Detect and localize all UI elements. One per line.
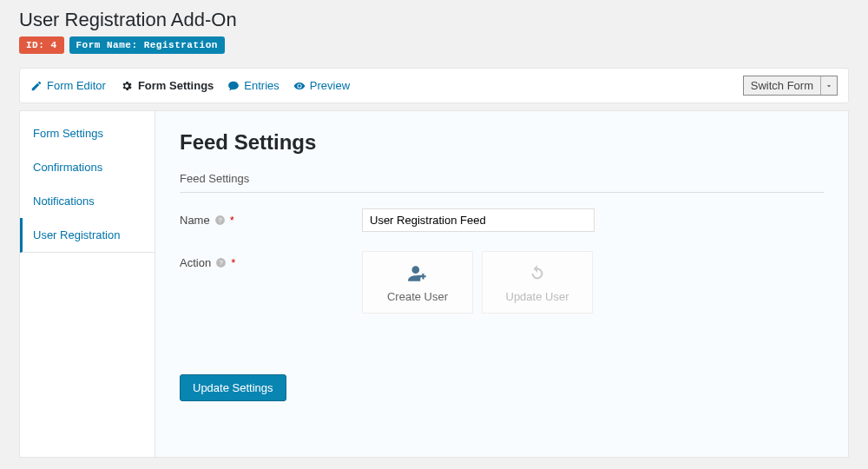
sidebar-item-notifications[interactable]: Notifications	[20, 184, 155, 218]
action-label-wrap: Action ? *	[180, 251, 362, 269]
form-name-badge: Form Name: Registration	[69, 36, 225, 54]
action-label: Action	[180, 256, 211, 269]
tab-label: Preview	[310, 79, 350, 92]
name-label: Name	[180, 214, 210, 227]
row-action: Action ? * Create User Update User	[180, 251, 824, 314]
content-heading: Feed Settings	[180, 130, 824, 155]
tab-label: Form Editor	[47, 79, 106, 92]
help-icon: ?	[215, 257, 227, 268]
page-title: User Registration Add-On	[19, 9, 849, 31]
tab-entries[interactable]: Entries	[227, 79, 279, 92]
settings-sidebar: Form Settings Confirmations Notification…	[20, 111, 155, 457]
name-label-wrap: Name ? *	[180, 208, 362, 227]
toolbar-tabs: Form Editor Form Settings Entries Previe…	[30, 79, 743, 92]
sidebar-item-form-settings[interactable]: Form Settings	[20, 116, 155, 150]
svg-text:?: ?	[220, 259, 223, 267]
id-badge: ID: 4	[19, 36, 64, 54]
tab-preview[interactable]: Preview	[293, 79, 350, 92]
section-label: Feed Settings	[180, 172, 824, 193]
card-label: Update User	[506, 290, 569, 303]
eye-icon	[293, 80, 306, 92]
tab-form-editor[interactable]: Form Editor	[30, 79, 106, 92]
page-header: User Registration Add-On ID: 4 Form Name…	[0, 0, 868, 59]
name-input[interactable]	[362, 208, 595, 232]
toolbar: Form Editor Form Settings Entries Previe…	[19, 68, 849, 103]
card-label: Create User	[387, 290, 448, 303]
help-icon: ?	[214, 215, 226, 226]
switch-form-select[interactable]: Switch Form	[743, 76, 838, 96]
row-name: Name ? *	[180, 208, 824, 232]
sidebar-item-user-registration[interactable]: User Registration	[20, 218, 155, 253]
tab-form-settings[interactable]: Form Settings	[120, 79, 214, 92]
required-mark: *	[230, 214, 234, 227]
cogs-icon	[120, 80, 134, 92]
tab-label: Entries	[244, 79, 279, 92]
tab-label: Form Settings	[138, 79, 214, 92]
card-update-user[interactable]: Update User	[482, 251, 593, 314]
update-settings-button[interactable]: Update Settings	[180, 374, 286, 401]
refresh-icon	[525, 262, 549, 285]
badges: ID: 4 Form Name: Registration	[19, 36, 849, 54]
switch-form-label: Switch Form	[744, 76, 821, 95]
sidebar-item-confirmations[interactable]: Confirmations	[20, 150, 155, 184]
card-create-user[interactable]: Create User	[362, 251, 473, 314]
content-area: Feed Settings Feed Settings Name ? * Act…	[155, 111, 848, 457]
main-panel: Form Settings Confirmations Notification…	[19, 110, 849, 458]
required-mark: *	[231, 256, 235, 269]
svg-text:?: ?	[218, 216, 221, 224]
chevron-down-icon	[821, 78, 837, 94]
edit-icon	[30, 80, 43, 92]
action-cards: Create User Update User	[362, 251, 593, 314]
user-plus-icon	[404, 262, 431, 285]
chat-icon	[227, 80, 240, 92]
